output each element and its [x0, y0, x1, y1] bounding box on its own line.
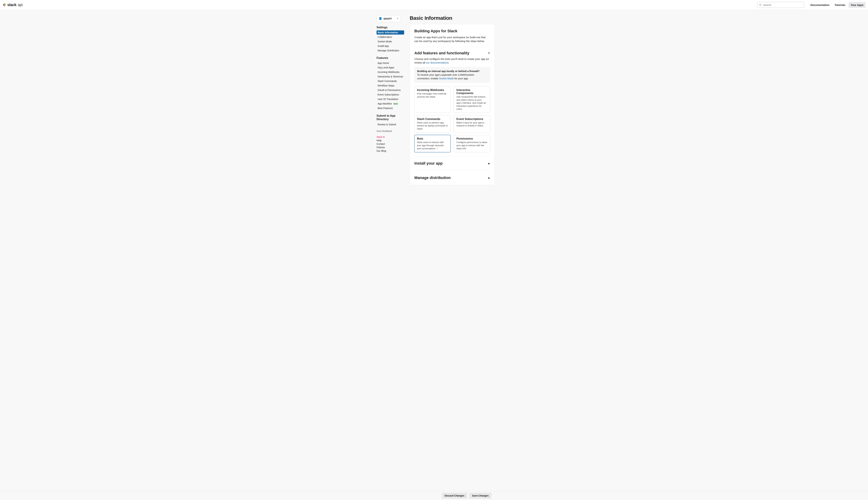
section-title-install: Install your app	[414, 161, 443, 166]
footer-slack[interactable]: Slack ♥	[377, 136, 404, 138]
socket-mode-link[interactable]: Socket Mode	[439, 77, 454, 80]
chevron-right-icon: ▶	[488, 162, 490, 165]
nav-slash-commands[interactable]: Slash Commands	[377, 79, 404, 83]
nav-socket-mode[interactable]: Socket Mode	[377, 39, 404, 44]
accordion-manage[interactable]: Manage distribution ▶	[414, 174, 490, 181]
nav-org-level-apps[interactable]: Org Level Apps	[377, 66, 404, 70]
app-name: iblGPT	[384, 17, 392, 20]
intro-text: Create an app that's just for your works…	[414, 35, 490, 43]
app-selector[interactable]: 📘iblGPT ▼	[377, 15, 401, 22]
nav-your-apps[interactable]: Your Apps	[848, 2, 866, 8]
svg-point-8	[760, 4, 761, 5]
nav-oauth-permissions[interactable]: OAuth & Permissions	[377, 88, 404, 92]
feature-permissions[interactable]: PermissionsConfigure permissions to allo…	[454, 135, 490, 152]
section-features: Features	[377, 56, 404, 59]
chevron-down-icon: ▼	[488, 52, 490, 54]
section-subtext: Choose and configure the tools you'll ne…	[414, 57, 490, 65]
feature-slash-commands[interactable]: Slash CommandsAllow users to perform app…	[414, 115, 451, 133]
svg-rect-6	[5, 3, 6, 4]
nav-app-home[interactable]: App Home	[377, 61, 404, 65]
card-heading: Building Apps for Slack	[414, 29, 490, 33]
top-nav-links: Documentation Tutorials Your Apps	[808, 2, 866, 8]
give-feedback[interactable]: Give feedback	[377, 130, 404, 133]
nav-workflow-steps[interactable]: Workflow Steps	[377, 83, 404, 88]
accordion-install[interactable]: Install your app ▶	[414, 160, 490, 167]
svg-rect-7	[4, 4, 6, 5]
feature-event-subscriptions[interactable]: Event SubscriptionsMake it easy for your…	[454, 115, 490, 133]
feature-grid: Incoming WebhooksPost messages from exte…	[414, 86, 490, 152]
divider	[414, 170, 490, 171]
brand-name: slack	[7, 3, 16, 7]
divider	[414, 47, 490, 47]
infobox-title: Building an internal app locally or behi…	[417, 70, 479, 72]
top-nav: slack api Documentation Tutorials Your A…	[0, 0, 868, 10]
nav-interactivity-shortcuts[interactable]: Interactivity & Shortcuts	[377, 75, 404, 79]
footer-links: Slack ♥ Help Contact Policies Our Blog	[377, 136, 404, 152]
nav-user-id-translation[interactable]: User ID Translation	[377, 97, 404, 101]
socket-mode-infobox: Building an internal app locally or behi…	[414, 67, 490, 83]
footer-help[interactable]: Help	[377, 139, 404, 142]
new-badge: NEW	[393, 103, 398, 105]
documentation-link[interactable]: our documentation	[426, 61, 447, 64]
brand-logo[interactable]: slack api	[2, 3, 23, 7]
section-title-features: Add features and functionality	[414, 51, 469, 55]
feature-incoming-webhooks[interactable]: Incoming WebhooksPost messages from exte…	[414, 86, 451, 113]
nav-tutorials[interactable]: Tutorials	[833, 2, 847, 8]
nav-install-app[interactable]: Install App	[377, 44, 404, 48]
search-icon	[759, 4, 762, 6]
svg-line-9	[761, 5, 762, 6]
footer-policies[interactable]: Policies	[377, 146, 404, 149]
search-input[interactable]	[763, 3, 802, 7]
accordion-features[interactable]: Add features and functionality ▼	[414, 51, 490, 55]
feature-interactive-components[interactable]: Interactive ComponentsAdd components lik…	[454, 86, 490, 113]
nav-documentation[interactable]: Documentation	[808, 2, 831, 8]
nav-basic-information[interactable]: Basic Information	[377, 30, 404, 35]
page-title: Basic Information	[410, 15, 495, 21]
heart-icon: ♥	[383, 136, 385, 138]
nav-incoming-webhooks[interactable]: Incoming Webhooks	[377, 70, 404, 74]
chevron-down-icon: ▼	[397, 18, 399, 20]
nav-event-subscriptions[interactable]: Event Subscriptions	[377, 92, 404, 97]
nav-manage-distribution[interactable]: Manage Distribution	[377, 48, 404, 53]
chevron-right-icon: ▶	[488, 177, 490, 179]
nav-beta-features[interactable]: Beta Features	[377, 106, 404, 110]
section-settings: Settings	[377, 26, 404, 29]
divider	[414, 156, 490, 156]
section-title-manage: Manage distribution	[414, 175, 451, 180]
slack-logo-icon	[2, 3, 6, 7]
content-card: Building Apps for Slack Create an app th…	[410, 24, 495, 185]
nav-review-submit[interactable]: Review & Submit	[377, 122, 404, 127]
brand-suffix: api	[18, 3, 23, 7]
section-submit: Submit to App Directory	[377, 114, 404, 121]
nav-app-manifest[interactable]: App ManifestNEW	[377, 102, 404, 106]
app-icon: 📘	[379, 17, 382, 20]
nav-collaborators[interactable]: Collaborators	[377, 35, 404, 39]
feature-bots[interactable]: BotsAllow users to interact with your ap…	[414, 135, 451, 152]
sparkle-icon: ✦	[437, 147, 438, 150]
search-box[interactable]	[757, 2, 804, 8]
footer-blog[interactable]: Our Blog	[377, 149, 404, 152]
footer-contact[interactable]: Contact	[377, 143, 404, 145]
svg-rect-4	[4, 5, 5, 6]
